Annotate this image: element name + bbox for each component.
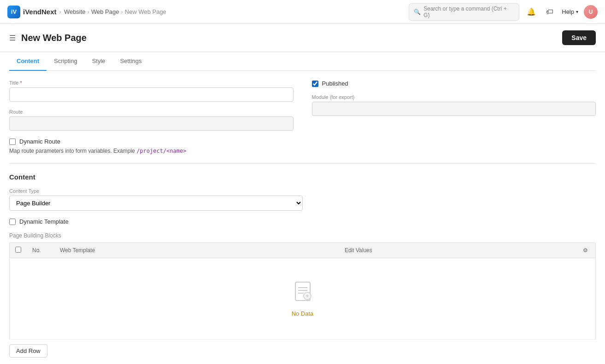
breadcrumb-sep-0: › <box>59 8 61 15</box>
notification-icon[interactable]: 🔔 <box>525 6 538 18</box>
no-data-text: No Data <box>24 310 581 317</box>
published-checkbox[interactable] <box>312 81 318 87</box>
form-left: Title Route Dynamic Route Map route para… <box>9 80 294 154</box>
tab-content[interactable]: Content <box>9 52 47 71</box>
published-label[interactable]: Published <box>322 80 348 87</box>
search-icon: 🔍 <box>414 9 421 15</box>
th-checkbox <box>10 243 27 258</box>
module-group: Module (for export) <box>312 94 596 116</box>
section-divider-1 <box>9 163 596 164</box>
table-body: No Data <box>10 258 596 340</box>
tab-settings[interactable]: Settings <box>113 52 149 71</box>
breadcrumb-website[interactable]: Website <box>64 8 86 15</box>
content-type-group: Content Type Page Builder Rich Text HTML… <box>9 188 303 211</box>
content-area: Content Scripting Style Settings Title R… <box>0 52 605 364</box>
dynamic-route-row: Dynamic Route <box>9 138 294 145</box>
table-header: No. Web Template Edit Values ⚙ <box>10 243 596 258</box>
save-button[interactable]: Save <box>562 30 596 45</box>
tab-scripting[interactable]: Scripting <box>47 52 85 71</box>
dynamic-template-row: Dynamic Template <box>9 218 596 225</box>
page-building-blocks-label: Page Building Blocks <box>9 232 596 239</box>
title-input[interactable] <box>9 87 294 102</box>
breadcrumb-current: New Web Page <box>125 8 166 15</box>
no-data-icon <box>24 280 581 306</box>
route-group: Route <box>9 109 294 131</box>
avatar[interactable]: U <box>584 5 598 19</box>
tag-icon[interactable]: 🏷 <box>543 6 556 18</box>
help-button[interactable]: Help ▾ <box>562 8 578 15</box>
module-input[interactable] <box>312 102 596 116</box>
module-label: Module (for export) <box>312 94 596 100</box>
page-header: ☰ New Web Page Save <box>0 24 605 52</box>
form-right: Published Module (for export) <box>312 80 596 154</box>
brand-name: iVendNext <box>23 8 57 16</box>
route-label: Route <box>9 109 294 115</box>
tabs: Content Scripting Style Settings <box>9 52 596 71</box>
page-wrapper: ☰ New Web Page Save Content Scripting St… <box>0 24 605 364</box>
dynamic-route-checkbox[interactable] <box>9 139 16 145</box>
select-all-checkbox[interactable] <box>15 247 21 253</box>
page-building-blocks-section: Page Building Blocks No. Web Template Ed… <box>9 232 596 358</box>
th-gear[interactable]: ⚙ <box>577 243 596 258</box>
tab-style[interactable]: Style <box>85 52 113 71</box>
form-top-section: Title Route Dynamic Route Map route para… <box>9 80 596 154</box>
published-row: Published <box>312 80 596 87</box>
title-group: Title <box>9 80 294 102</box>
brand-logo-link[interactable]: iV iVendNext <box>7 6 57 18</box>
th-edit-values: Edit Values <box>339 243 577 258</box>
content-type-label: Content Type <box>9 188 303 194</box>
add-row-button[interactable]: Add Row <box>9 344 47 358</box>
helper-text-main: Map route parameters into form variables… <box>9 148 135 154</box>
breadcrumb-webpage[interactable]: Web Page <box>91 8 119 15</box>
breadcrumb-sep-2: › <box>121 8 123 15</box>
breadcrumb: Website › Web Page › New Web Page <box>64 8 166 15</box>
dynamic-template-checkbox[interactable] <box>9 219 16 225</box>
menu-icon[interactable]: ☰ <box>9 34 16 42</box>
page-title: New Web Page <box>21 33 87 43</box>
title-label: Title <box>9 80 294 86</box>
content-section: Content Content Type Page Builder Rich T… <box>9 173 596 358</box>
gear-icon: ⚙ <box>583 247 588 254</box>
content-section-heading: Content <box>9 173 596 181</box>
search-placeholder: Search or type a command (Ctrl + G) <box>423 6 514 18</box>
no-data-row: No Data <box>10 258 596 340</box>
navbar-right: 🔍 Search or type a command (Ctrl + G) 🔔 … <box>409 3 598 21</box>
route-input[interactable] <box>9 116 294 131</box>
building-blocks-table: No. Web Template Edit Values ⚙ <box>9 243 596 340</box>
th-no: No. <box>27 243 54 258</box>
dynamic-template-label[interactable]: Dynamic Template <box>19 218 69 225</box>
search-box[interactable]: 🔍 Search or type a command (Ctrl + G) <box>409 3 519 21</box>
no-data-container: No Data <box>15 262 590 335</box>
th-web-template: Web Template <box>54 243 339 258</box>
no-data-cell: No Data <box>10 258 596 340</box>
help-label: Help <box>562 8 574 15</box>
help-chevron-icon: ▾ <box>576 9 578 14</box>
dynamic-route-label[interactable]: Dynamic Route <box>19 138 60 145</box>
table-header-row: No. Web Template Edit Values ⚙ <box>10 243 596 258</box>
helper-link[interactable]: /project/<name> <box>136 148 186 154</box>
dynamic-route-helper: Map route parameters into form variables… <box>9 148 294 154</box>
content-type-select[interactable]: Page Builder Rich Text HTML Markdown <box>9 196 303 211</box>
breadcrumb-sep-1: › <box>88 8 89 15</box>
brand-logo-icon: iV <box>7 6 20 18</box>
navbar: iV iVendNext › Website › Web Page › New … <box>0 0 605 24</box>
